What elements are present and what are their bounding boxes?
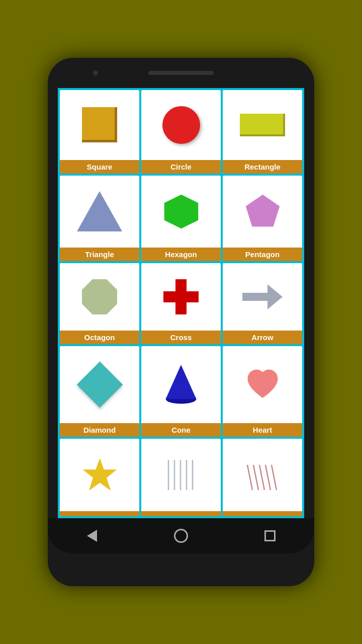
shape-icon-diamond: [60, 346, 139, 424]
svg-line-14: [272, 465, 277, 490]
shape-label-star: [60, 511, 139, 516]
svg-marker-3: [166, 365, 197, 399]
shape-icon-cone: [141, 346, 221, 424]
recents-button[interactable]: [261, 527, 279, 545]
arrow-shape: [242, 284, 283, 309]
heart-svg: [244, 366, 282, 404]
pentagon-svg: [244, 193, 282, 230]
circle-shape: [162, 106, 200, 144]
triangle-shape: [77, 191, 122, 231]
shape-cell-circle[interactable]: Circle: [141, 90, 221, 174]
phone-device: Square Circle Rectangle: [48, 58, 314, 586]
shape-cell-arrow[interactable]: Arrow: [223, 263, 302, 344]
back-button[interactable]: [83, 527, 101, 545]
svg-marker-1: [245, 195, 280, 227]
phone-speaker: [148, 71, 214, 75]
shape-label-arrow: Arrow: [223, 331, 302, 344]
shape-icon-pentagon: [223, 176, 302, 248]
svg-marker-0: [164, 195, 198, 229]
shape-label-cross: Cross: [141, 331, 221, 344]
shape-cell-square[interactable]: Square: [60, 90, 139, 174]
svg-line-10: [247, 465, 252, 490]
dlines-svg: [242, 455, 283, 495]
shape-cell-dlines[interactable]: [223, 439, 302, 516]
diamond-shape: [76, 362, 123, 408]
shape-label-rectangle: Rectangle: [223, 160, 302, 174]
shape-label-pentagon: Pentagon: [223, 248, 302, 261]
shape-label-vlines: [141, 511, 221, 516]
cone-svg: [161, 362, 201, 408]
shapes-grid: Square Circle Rectangle: [58, 88, 304, 518]
shape-cell-hexagon[interactable]: Hexagon: [141, 176, 221, 262]
octagon-shape: [82, 279, 117, 314]
hexagon-svg: [162, 193, 200, 230]
vlines-svg: [161, 455, 201, 495]
arrow-body: [242, 293, 267, 301]
star-svg: [81, 456, 119, 494]
arrow-head: [267, 284, 283, 309]
shape-label-square: Square: [60, 160, 139, 174]
back-icon: [87, 530, 97, 542]
shape-icon-star: [60, 439, 139, 511]
svg-line-12: [259, 465, 264, 490]
home-button[interactable]: [172, 527, 190, 545]
square-shape: [82, 107, 117, 142]
shape-label-heart: Heart: [223, 423, 302, 437]
shape-cell-diamond[interactable]: Diamond: [60, 346, 139, 437]
shape-icon-cross: [141, 263, 221, 331]
shape-cell-cross[interactable]: Cross: [141, 263, 221, 344]
rectangle-shape: [240, 114, 285, 136]
shape-label-cone: Cone: [141, 423, 221, 437]
shape-label-circle: Circle: [141, 160, 221, 174]
cross-vertical: [175, 279, 187, 314]
shape-cell-rectangle[interactable]: Rectangle: [223, 90, 302, 174]
shape-icon-hexagon: [141, 176, 221, 248]
recents-icon: [264, 530, 276, 541]
shape-label-diamond: Diamond: [60, 423, 139, 437]
shape-cell-triangle[interactable]: Triangle: [60, 176, 139, 262]
shape-cell-star[interactable]: [60, 439, 139, 516]
shape-label-dlines: [223, 511, 302, 516]
shape-icon-arrow: [223, 263, 302, 331]
shape-icon-dlines: [223, 439, 302, 511]
shape-cell-octagon[interactable]: Octagon: [60, 263, 139, 344]
shape-label-triangle: Triangle: [60, 248, 139, 261]
phone-screen: Square Circle Rectangle: [58, 88, 304, 518]
phone-camera: [93, 70, 98, 75]
shape-icon-vlines: [141, 439, 221, 511]
shape-icon-square: [60, 90, 139, 160]
shape-icon-heart: [223, 346, 302, 424]
shape-cell-vlines[interactable]: [141, 439, 221, 516]
svg-marker-4: [82, 458, 117, 491]
shape-cell-cone[interactable]: Cone: [141, 346, 221, 437]
shape-icon-triangle: [60, 176, 139, 248]
shape-label-hexagon: Hexagon: [141, 248, 221, 261]
shape-cell-pentagon[interactable]: Pentagon: [223, 176, 302, 262]
shape-icon-rectangle: [223, 90, 302, 160]
shape-icon-circle: [141, 90, 221, 160]
cross-shape: [163, 279, 199, 314]
svg-line-11: [253, 465, 258, 490]
home-icon: [174, 529, 188, 543]
shape-label-octagon: Octagon: [60, 331, 139, 344]
svg-line-13: [265, 465, 270, 490]
phone-nav-bar: [48, 518, 314, 553]
shape-cell-heart[interactable]: Heart: [223, 346, 302, 437]
phone-top-bar: [48, 58, 314, 88]
shape-icon-octagon: [60, 263, 139, 331]
